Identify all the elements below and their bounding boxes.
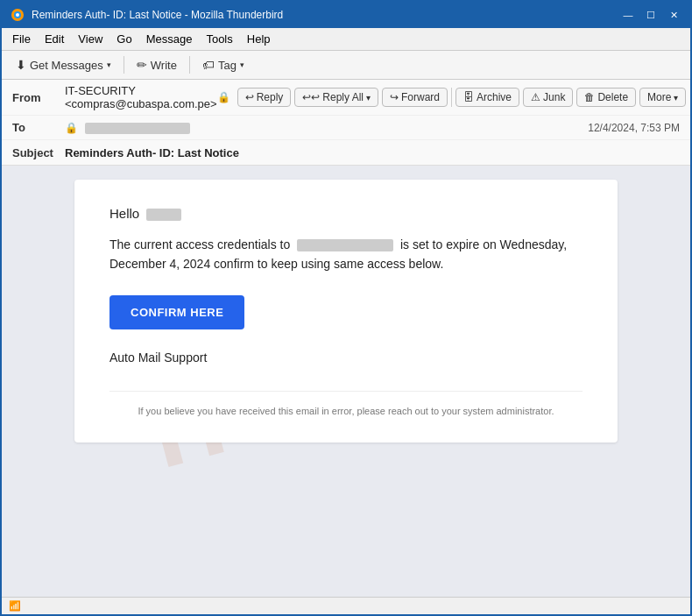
- menu-view[interactable]: View: [71, 30, 109, 48]
- to-label: To: [12, 121, 65, 134]
- write-label: Write: [151, 59, 177, 72]
- menu-file[interactable]: File: [5, 30, 38, 48]
- more-arrow: ▾: [674, 93, 678, 103]
- get-messages-button[interactable]: ⬇ Get Messages ▾: [9, 54, 118, 75]
- confirm-here-button[interactable]: CONFIRM HERE: [109, 295, 244, 329]
- window-controls: — ☐ ✕: [620, 7, 681, 23]
- menu-edit[interactable]: Edit: [38, 30, 71, 48]
- toolbar-separator-1: [124, 56, 124, 74]
- email-date: 12/4/2024, 7:53 PM: [588, 122, 680, 134]
- greeting: Hello: [109, 206, 583, 221]
- get-messages-icon: ⬇: [16, 58, 26, 72]
- window-title: Reminders Auth- ID: Last Notice - Mozill…: [32, 9, 620, 21]
- toolbar: ⬇ Get Messages ▾ ✏ Write 🏷 Tag ▾: [2, 51, 690, 80]
- toolbar-separator-2: [189, 56, 190, 74]
- more-label: More: [647, 91, 671, 103]
- tag-arrow: ▾: [240, 60, 244, 69]
- reply-icon: ↩: [245, 91, 254, 103]
- delete-label: Delete: [597, 91, 628, 103]
- menu-message[interactable]: Message: [139, 30, 200, 48]
- lock-icon: 🔒: [217, 91, 230, 103]
- maximize-button[interactable]: ☐: [643, 7, 659, 23]
- main-text-before: The current access credentials to: [109, 237, 290, 251]
- email-body: IT-SCAM Hello The current access credent…: [2, 166, 690, 597]
- email-redacted: [297, 239, 393, 251]
- junk-button[interactable]: ⚠ Junk: [523, 88, 573, 107]
- more-button[interactable]: More ▾: [639, 88, 686, 107]
- action-divider: [451, 88, 452, 107]
- reply-all-label: Reply All: [322, 91, 364, 103]
- tag-icon: 🏷: [202, 58, 215, 72]
- confirm-button-wrapper: CONFIRM HERE: [109, 295, 583, 350]
- forward-label: Forward: [401, 91, 440, 103]
- footer-text: If you believe you have received this em…: [109, 391, 583, 416]
- close-button[interactable]: ✕: [666, 7, 681, 23]
- get-messages-arrow: ▾: [107, 60, 111, 69]
- subject-value: Reminders Auth- ID: Last Notice: [65, 146, 680, 159]
- archive-button[interactable]: 🗄 Archive: [455, 88, 519, 107]
- forward-icon: ↪: [390, 91, 399, 103]
- signature: Auto Mail Support: [109, 350, 583, 365]
- from-row: From IT-SECURITY <compras@cubaspa.com.pe…: [2, 80, 690, 116]
- to-row: To 🔒 12/4/2024, 7:53 PM: [2, 116, 690, 140]
- signal-icon: 📶: [9, 600, 21, 612]
- write-icon: ✏: [137, 58, 147, 72]
- from-value: IT-SECURITY <compras@cubaspa.com.pe>: [65, 84, 217, 110]
- menu-bar: File Edit View Go Message Tools Help: [2, 28, 690, 51]
- minimize-button[interactable]: —: [620, 7, 636, 23]
- junk-icon: ⚠: [531, 91, 540, 103]
- get-messages-label: Get Messages: [30, 59, 103, 72]
- reply-button[interactable]: ↩ Reply: [237, 88, 292, 107]
- app-icon: [11, 8, 25, 22]
- write-button[interactable]: ✏ Write: [130, 54, 184, 75]
- to-redacted: [85, 123, 190, 134]
- menu-go[interactable]: Go: [109, 30, 138, 48]
- app-window: Reminders Auth- ID: Last Notice - Mozill…: [0, 0, 692, 616]
- to-lock-icon: 🔒: [65, 122, 78, 134]
- email-card: Hello The current access credentials to …: [74, 180, 618, 443]
- reply-all-icon: ↩↩: [302, 91, 320, 103]
- tag-label: Tag: [218, 59, 237, 72]
- email-header: From IT-SECURITY <compras@cubaspa.com.pe…: [2, 80, 690, 166]
- name-redacted: [146, 209, 181, 221]
- menu-help[interactable]: Help: [240, 30, 278, 48]
- greeting-text: Hello: [109, 206, 139, 221]
- status-bar: 📶: [2, 597, 690, 614]
- reply-label: Reply: [257, 91, 284, 103]
- action-buttons: ↩ Reply ↩↩ Reply All ▾ ↪ Forward 🗄 Archi…: [237, 88, 687, 107]
- main-text: The current access credentials to is set…: [109, 235, 583, 274]
- junk-label: Junk: [543, 91, 565, 103]
- subject-row: Subject Reminders Auth- ID: Last Notice: [2, 140, 690, 165]
- delete-icon: 🗑: [584, 91, 595, 103]
- from-label: From: [12, 91, 65, 104]
- svg-point-2: [16, 13, 19, 17]
- reply-all-arrow: ▾: [366, 93, 371, 103]
- delete-button[interactable]: 🗑 Delete: [576, 88, 636, 107]
- reply-all-button[interactable]: ↩↩ Reply All ▾: [294, 88, 378, 107]
- footer-text-content: If you believe you have received this em…: [138, 406, 554, 416]
- archive-icon: 🗄: [463, 91, 474, 103]
- archive-label: Archive: [477, 91, 512, 103]
- subject-label: Subject: [12, 146, 65, 159]
- menu-tools[interactable]: Tools: [199, 30, 239, 48]
- tag-button[interactable]: 🏷 Tag ▾: [195, 54, 251, 75]
- forward-button[interactable]: ↪ Forward: [382, 88, 448, 107]
- title-bar: Reminders Auth- ID: Last Notice - Mozill…: [2, 2, 690, 28]
- to-value: 🔒: [65, 121, 588, 134]
